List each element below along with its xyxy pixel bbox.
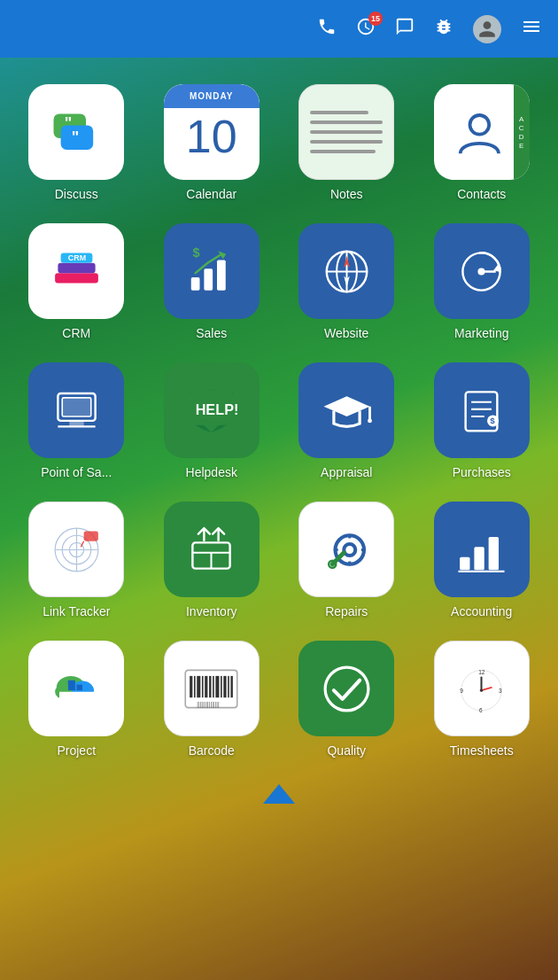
app-linktracker-label: Link Tracker — [43, 604, 110, 618]
chat-icon[interactable] — [395, 17, 415, 41]
svg-rect-75 — [213, 675, 214, 696]
svg-text:6: 6 — [479, 706, 483, 712]
svg-rect-74 — [209, 675, 211, 696]
svg-point-91 — [480, 688, 483, 691]
app-barcode[interactable]: ||||||||||||||| Barcode — [144, 632, 280, 771]
svg-rect-77 — [221, 675, 222, 696]
svg-rect-70 — [194, 675, 196, 696]
svg-rect-6 — [58, 262, 95, 272]
app-pos-label: Point of Sa... — [41, 465, 112, 479]
svg-text:$: $ — [193, 245, 200, 260]
app-contacts-label: Contacts — [457, 187, 506, 201]
app-quality[interactable]: Quality — [279, 632, 415, 771]
app-appraisal[interactable]: Appraisal — [279, 354, 415, 493]
timer-badge: 15 — [368, 12, 383, 26]
svg-rect-55 — [334, 548, 338, 550]
user-avatar[interactable] — [473, 15, 501, 43]
app-timesheets[interactable]: 12 3 6 9 Timesheets — [415, 632, 550, 771]
app-calendar-label: Calendar — [186, 187, 236, 201]
app-barcode-label: Barcode — [189, 743, 235, 758]
app-crm[interactable]: CRM CRM — [9, 214, 144, 354]
app-helpdesk-label: Helpdesk — [186, 465, 237, 479]
app-marketing[interactable]: Marketing — [415, 214, 550, 354]
svg-point-31 — [368, 418, 372, 423]
app-crm-label: CRM — [62, 326, 90, 340]
svg-rect-54 — [348, 561, 351, 565]
status-bar: 15 — [0, 0, 558, 58]
svg-rect-78 — [224, 675, 227, 696]
svg-rect-64 — [59, 691, 94, 703]
svg-rect-43 — [83, 531, 97, 541]
scroll-indicator[interactable] — [0, 780, 558, 813]
svg-marker-29 — [323, 396, 369, 416]
svg-point-20 — [478, 268, 485, 275]
phone-icon[interactable] — [317, 17, 337, 41]
app-quality-label: Quality — [327, 743, 366, 758]
app-purchases-label: Purchases — [453, 465, 511, 479]
svg-rect-72 — [202, 675, 204, 696]
svg-rect-76 — [216, 675, 220, 696]
svg-rect-53 — [348, 533, 351, 538]
app-discuss[interactable]: " " Discuss — [9, 75, 144, 214]
app-discuss-label: Discuss — [55, 187, 98, 201]
calendar-date: 10 — [186, 112, 237, 162]
app-sales-label: Sales — [196, 326, 227, 340]
svg-rect-56 — [361, 548, 366, 550]
svg-point-82 — [325, 667, 368, 711]
app-website-label: Website — [324, 326, 368, 340]
svg-rect-66 — [62, 684, 68, 690]
app-appraisal-label: Appraisal — [321, 465, 372, 479]
menu-icon[interactable] — [521, 16, 542, 42]
app-calendar[interactable]: MONDAY 10 Calendar — [144, 75, 280, 214]
svg-text:12: 12 — [479, 669, 486, 675]
svg-rect-5 — [55, 273, 98, 283]
svg-rect-73 — [205, 675, 207, 696]
svg-rect-80 — [231, 675, 233, 696]
svg-rect-57 — [460, 556, 469, 570]
apps-grid: " " Discuss MONDAY 10 Calendar Notes — [0, 58, 558, 780]
app-accounting[interactable]: Accounting — [415, 493, 550, 632]
svg-point-4 — [470, 115, 490, 135]
svg-rect-11 — [217, 260, 226, 290]
app-pos[interactable]: Point of Sa... — [9, 354, 144, 493]
svg-rect-10 — [205, 268, 213, 290]
app-contacts[interactable]: A C D E Contacts — [415, 75, 550, 214]
app-sales[interactable]: $ Sales — [144, 214, 280, 354]
svg-rect-65 — [68, 680, 75, 689]
svg-text:": " — [72, 128, 79, 145]
app-inventory[interactable]: Inventory — [144, 493, 280, 632]
app-linktracker[interactable]: Link Tracker — [9, 493, 144, 632]
app-accounting-label: Accounting — [451, 604, 512, 618]
app-notes-label: Notes — [330, 187, 363, 201]
svg-rect-9 — [191, 277, 200, 291]
svg-rect-71 — [198, 675, 201, 696]
svg-text:|||||||||||||||: ||||||||||||||| — [198, 701, 221, 708]
app-inventory-label: Inventory — [186, 604, 237, 618]
svg-text:9: 9 — [460, 688, 463, 694]
svg-rect-67 — [76, 684, 82, 690]
app-repairs-label: Repairs — [325, 604, 368, 618]
svg-rect-59 — [489, 536, 499, 569]
app-repairs[interactable]: Repairs — [279, 493, 415, 632]
scroll-up-arrow — [263, 784, 295, 804]
svg-text:$: $ — [491, 416, 496, 425]
app-helpdesk[interactable]: HELP! Helpdesk — [144, 354, 280, 493]
svg-rect-25 — [69, 420, 83, 426]
app-purchases[interactable]: $ Purchases — [415, 354, 550, 493]
svg-text:": " — [64, 114, 71, 132]
app-notes[interactable]: Notes — [279, 75, 415, 214]
svg-rect-69 — [190, 675, 192, 696]
svg-text:3: 3 — [499, 688, 502, 694]
app-website[interactable]: Website — [279, 214, 415, 354]
timer-icon[interactable]: 15 — [356, 17, 376, 41]
app-project[interactable]: Project — [9, 632, 144, 771]
app-marketing-label: Marketing — [454, 326, 508, 340]
bug-icon[interactable] — [434, 17, 453, 41]
svg-text:HELP!: HELP! — [196, 401, 239, 416]
svg-rect-22 — [62, 397, 91, 416]
svg-rect-58 — [475, 547, 484, 570]
app-timesheets-label: Timesheets — [450, 743, 514, 758]
svg-rect-79 — [228, 675, 229, 696]
calendar-day: MONDAY — [164, 91, 260, 101]
svg-text:CRM: CRM — [68, 253, 86, 262]
